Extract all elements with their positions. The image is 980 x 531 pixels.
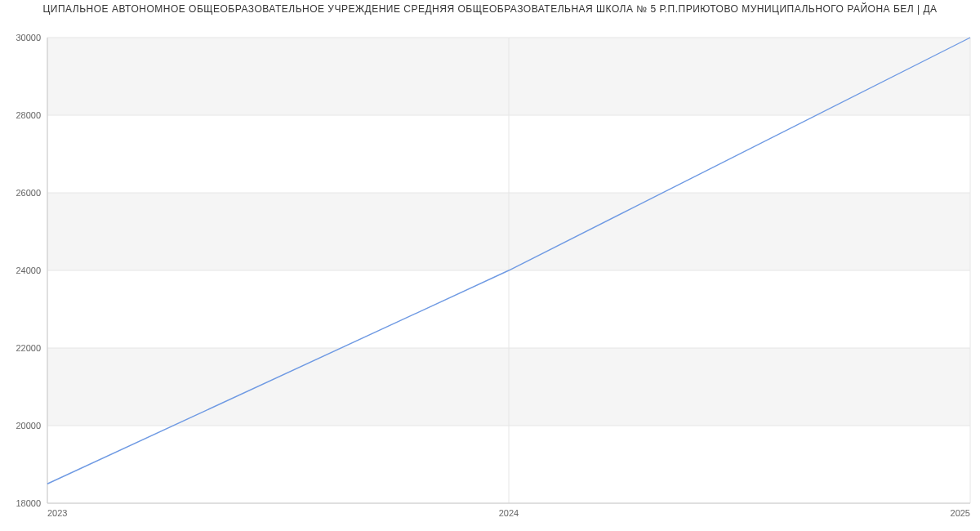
y-tick-label: 24000 (16, 266, 41, 275)
y-tick-label: 18000 (16, 498, 41, 508)
x-tick-label: 2025 (951, 508, 970, 518)
y-tick-label: 28000 (16, 110, 41, 120)
chart-container: 1800020000220002400026000280003000020232… (0, 20, 980, 526)
y-tick-label: 20000 (16, 421, 41, 431)
chart-title: ЦИПАЛЬНОЕ АВТОНОМНОЕ ОБЩЕОБРАЗОВАТЕЛЬНОЕ… (0, 0, 980, 20)
line-chart: 1800020000220002400026000280003000020232… (0, 20, 980, 526)
y-tick-label: 22000 (16, 343, 41, 353)
x-tick-label: 2023 (47, 508, 67, 518)
y-tick-label: 30000 (16, 33, 41, 42)
x-tick-label: 2024 (499, 508, 519, 518)
y-tick-label: 26000 (16, 188, 41, 198)
